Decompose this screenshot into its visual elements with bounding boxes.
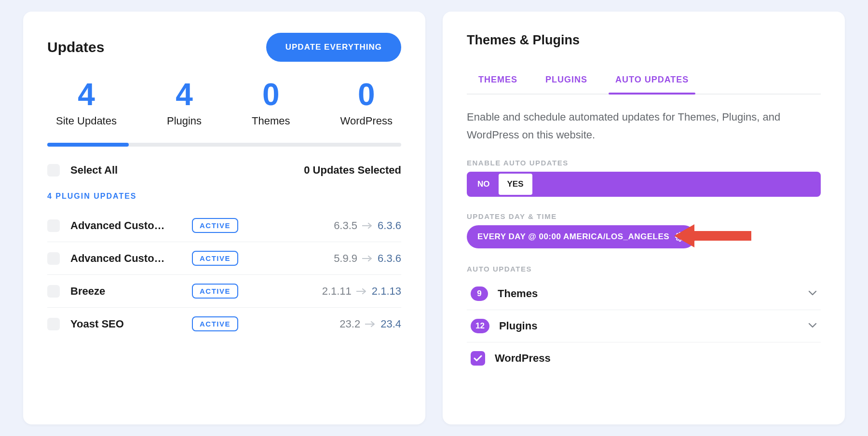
stat-themes[interactable]: 0 Themes xyxy=(252,79,290,127)
version-to: 23.4 xyxy=(380,318,401,330)
version-to: 6.3.6 xyxy=(378,252,401,265)
arrow-right-icon xyxy=(362,222,373,229)
selected-count: 0 Updates Selected xyxy=(304,164,401,177)
plugin-row: Advanced Custo… ACTIVE 6.3.5 6.3.6 xyxy=(47,209,401,242)
auto-updates-wordpress-row[interactable]: WordPress xyxy=(467,342,821,374)
themes-plugins-card: Themes & Plugins THEMES PLUGINS AUTO UPD… xyxy=(443,12,845,424)
plugin-checkbox[interactable] xyxy=(47,285,60,298)
checked-icon xyxy=(471,351,485,366)
update-everything-button[interactable]: UPDATE EVERYTHING xyxy=(266,33,401,62)
updates-card: Updates UPDATE EVERYTHING 4 Site Updates… xyxy=(23,12,425,424)
tab-auto-updates[interactable]: AUTO UPDATES xyxy=(612,71,692,94)
stat-label: Plugins xyxy=(167,115,202,127)
plugin-name: Breeze xyxy=(70,285,181,298)
status-badge: ACTIVE xyxy=(192,251,238,266)
plugin-version: 6.3.5 6.3.6 xyxy=(334,219,401,232)
stat-label: WordPress xyxy=(340,115,393,127)
plugin-name: Advanced Custo… xyxy=(70,252,181,265)
stat-value: 4 xyxy=(167,79,202,110)
arrow-right-icon xyxy=(356,288,367,295)
schedule-text: EVERY DAY @ 00:00 AMERICA/LOS_ANGELES xyxy=(477,232,669,242)
version-from: 2.1.11 xyxy=(322,285,352,298)
stats-underline xyxy=(47,143,401,147)
status-badge: ACTIVE xyxy=(192,218,238,233)
row-label: Plugins xyxy=(499,320,537,332)
schedule-row: EVERY DAY @ 00:00 AMERICA/LOS_ANGELES xyxy=(467,225,821,248)
auto-updates-description: Enable and schedule automated updates fo… xyxy=(467,108,821,144)
version-from: 5.9.9 xyxy=(334,252,357,265)
select-row: Select All 0 Updates Selected xyxy=(47,164,401,177)
stat-value: 0 xyxy=(252,79,290,110)
stat-site-updates[interactable]: 4 Site Updates xyxy=(56,79,117,127)
plugin-checkbox[interactable] xyxy=(47,318,60,330)
row-label: Themes xyxy=(498,287,538,300)
status-badge: ACTIVE xyxy=(192,284,238,299)
plugin-name: Advanced Custo… xyxy=(70,219,181,232)
plugin-version: 23.2 23.4 xyxy=(339,318,401,330)
plugin-list: Advanced Custo… ACTIVE 6.3.5 6.3.6 Advan… xyxy=(47,209,401,340)
toggle-no[interactable]: NO xyxy=(469,174,499,195)
chevron-down-icon xyxy=(808,322,817,330)
auto-updates-list-label: AUTO UPDATES xyxy=(467,265,821,273)
auto-updates-list: 9 Themes 12 Plugins WordPress xyxy=(467,278,821,374)
status-badge: ACTIVE xyxy=(192,316,238,331)
stat-plugins[interactable]: 4 Plugins xyxy=(167,79,202,127)
stats-row: 4 Site Updates 4 Plugins 0 Themes 0 Word… xyxy=(47,79,401,134)
svg-marker-1 xyxy=(674,224,751,247)
row-label: WordPress xyxy=(495,352,551,365)
select-all-label: Select All xyxy=(70,164,118,177)
updates-title: Updates xyxy=(47,39,104,55)
plugin-updates-heading: 4 PLUGIN UPDATES xyxy=(47,192,401,201)
schedule-pill[interactable]: EVERY DAY @ 00:00 AMERICA/LOS_ANGELES xyxy=(467,225,695,248)
chevron-down-icon xyxy=(808,289,817,298)
plugin-name: Yoast SEO xyxy=(70,318,181,330)
arrow-right-icon xyxy=(362,255,373,262)
stat-wordpress[interactable]: 0 WordPress xyxy=(340,79,393,127)
enable-auto-updates-toggle[interactable]: NO YES xyxy=(467,172,821,197)
stat-value: 4 xyxy=(56,79,117,110)
plugin-version: 5.9.9 6.3.6 xyxy=(334,252,401,265)
stat-label: Themes xyxy=(252,115,290,127)
enable-auto-updates-label: ENABLE AUTO UPDATES xyxy=(467,159,821,167)
tab-themes[interactable]: THEMES xyxy=(475,71,520,94)
plugin-checkbox[interactable] xyxy=(47,252,60,265)
plugin-checkbox[interactable] xyxy=(47,219,60,232)
annotation-arrow-icon xyxy=(674,222,751,251)
auto-updates-themes-row[interactable]: 9 Themes xyxy=(467,278,821,310)
plugin-row: Yoast SEO ACTIVE 23.2 23.4 xyxy=(47,308,401,340)
count-badge: 12 xyxy=(471,319,489,333)
select-all-group: Select All xyxy=(47,164,118,177)
count-badge: 9 xyxy=(471,286,488,301)
stat-value: 0 xyxy=(340,79,393,110)
plugin-version: 2.1.11 2.1.13 xyxy=(322,285,401,298)
version-from: 6.3.5 xyxy=(334,219,357,232)
auto-updates-plugins-row[interactable]: 12 Plugins xyxy=(467,310,821,342)
toggle-yes[interactable]: YES xyxy=(499,174,532,195)
select-all-checkbox[interactable] xyxy=(47,164,60,177)
updates-header: Updates UPDATE EVERYTHING xyxy=(47,33,401,62)
updates-day-time-label: UPDATES DAY & TIME xyxy=(467,212,821,220)
version-to: 6.3.6 xyxy=(378,219,401,232)
arrow-right-icon xyxy=(365,321,376,327)
tab-plugins[interactable]: PLUGINS xyxy=(542,71,590,94)
themes-plugins-title: Themes & Plugins xyxy=(467,33,821,48)
plugin-row: Advanced Custo… ACTIVE 5.9.9 6.3.6 xyxy=(47,242,401,275)
stats-underline-active xyxy=(47,143,129,147)
version-from: 23.2 xyxy=(339,318,360,330)
tabs: THEMES PLUGINS AUTO UPDATES xyxy=(467,71,821,95)
version-to: 2.1.13 xyxy=(372,285,401,298)
stat-label: Site Updates xyxy=(56,115,117,127)
plugin-row: Breeze ACTIVE 2.1.11 2.1.13 xyxy=(47,275,401,308)
